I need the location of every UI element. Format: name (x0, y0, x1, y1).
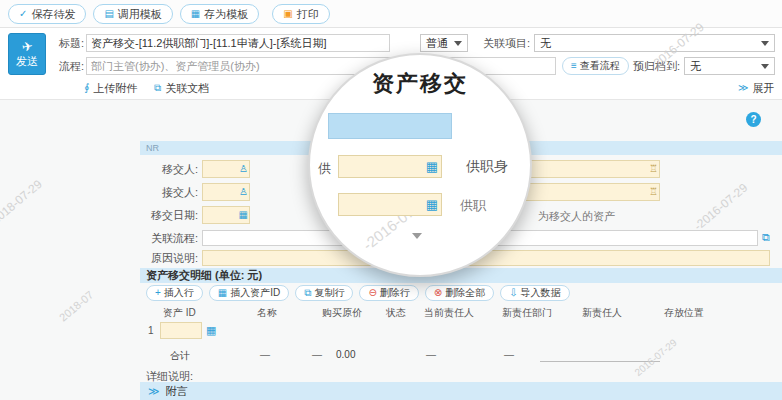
view-flow-button[interactable]: ≡ 查看流程 (562, 57, 629, 75)
col-asset-id: 资产 ID (163, 306, 196, 320)
title-label: 标题: (50, 34, 84, 52)
magnified-field-label: 供 (318, 160, 331, 178)
print-button[interactable]: ▣ 打印 (272, 4, 329, 24)
reason-label: 原因说明: (140, 249, 198, 267)
document-icon: ⧉ (154, 83, 161, 93)
call-template-button[interactable]: ▤ 调用模板 (93, 4, 172, 24)
expand-chevrons-icon: ≫ (738, 83, 748, 93)
transfer-date-label: 移交日期: (140, 206, 198, 224)
related-project-value: 无 (540, 36, 551, 51)
calendar-icon: ▦ (426, 160, 438, 173)
insert-row-label: 插入行 (164, 287, 194, 299)
receiver-dept-field: ♖ (520, 183, 660, 201)
total-new-dept: — (504, 349, 514, 360)
delete-row-icon: ⊖ (368, 288, 376, 298)
col-status: 状态 (386, 306, 406, 320)
receiver-label: 接交人: (140, 183, 198, 201)
asset-browse-icon[interactable]: ▦ (206, 324, 216, 337)
postscript-band[interactable]: ≫ 附言 (140, 382, 782, 400)
prearchive-value: 无 (690, 59, 701, 74)
save-draft-icon: ✓ (19, 9, 27, 19)
transferor-field: ♙ (202, 160, 250, 178)
related-project-select[interactable]: 无 (534, 34, 775, 52)
transferor-note: 为移交人的资产 (538, 209, 615, 224)
postscript-label: 附言 (166, 384, 188, 399)
receiver-field: ♙ (202, 183, 250, 201)
person-icon: ♙ (239, 164, 248, 174)
link-document-label: 关联文档 (165, 80, 209, 96)
priority-select[interactable]: 普通 (420, 34, 468, 52)
total-new-owner-input[interactable] (540, 347, 660, 362)
magnified-date-field: ▦ (338, 155, 442, 178)
transferor-dept-input[interactable] (520, 160, 660, 178)
expand-link[interactable]: ≫ 展开 (738, 80, 774, 96)
section-code: NR (146, 143, 159, 153)
import-data-label: 导入数据 (521, 287, 561, 299)
receiver-dept-input[interactable] (520, 183, 660, 201)
template-icon: ▤ (104, 9, 113, 19)
copy-row-label: 复制行 (314, 287, 344, 299)
magnified-date-field: ▦ (338, 193, 442, 216)
printer-icon: ▣ (283, 9, 292, 19)
delete-all-button[interactable]: ⊗ 删除全部 (425, 285, 494, 301)
insert-row-button[interactable]: + 插入行 (146, 285, 203, 301)
col-new-dept: 新责任部门 (502, 306, 552, 320)
copy-row-button[interactable]: ⧉ 复制行 (295, 285, 353, 301)
top-toolbar: ✓ 保存待发 ▤ 调用模板 ▦ 存为模板 ▣ 打印 (0, 0, 782, 28)
prearchive-label: 预归档到: (626, 57, 680, 75)
prearchive-select[interactable]: 无 (684, 57, 775, 75)
magnified-text-2: 供职 (460, 197, 486, 215)
paperclip-icon: ∮ (84, 83, 89, 93)
total-current-owner: — (426, 349, 436, 360)
related-flow-browse-icon[interactable]: ⧉ (762, 231, 770, 244)
save-template-icon: ▦ (191, 9, 200, 19)
col-new-owner: 新责任人 (582, 306, 622, 320)
delete-row-button[interactable]: ⊖ 删除行 (359, 285, 418, 301)
org-icon: ♖ (649, 164, 658, 174)
call-template-label: 调用模板 (118, 7, 162, 21)
magnified-text-1: 供职身 (466, 158, 508, 176)
expand-label: 展开 (752, 80, 774, 96)
magnified-highlight-input (328, 113, 452, 139)
title-input[interactable] (86, 34, 390, 52)
insert-asset-id-label: 插入资产ID (230, 287, 280, 299)
import-icon: ⇩ (509, 288, 517, 298)
link-document-link[interactable]: ⧉ 关联文档 (154, 80, 209, 96)
related-flow-label: 关联流程: (140, 229, 198, 247)
detail-section-band: 资产移交明细 (单位: 元) (140, 268, 782, 283)
insert-asset-id-icon: ▦ (218, 288, 227, 298)
print-label: 打印 (297, 7, 319, 21)
asset-id-field (160, 322, 202, 339)
transfer-date-field: ▦ (202, 206, 250, 224)
col-name: 名称 (257, 306, 277, 320)
import-data-button[interactable]: ⇩ 导入数据 (500, 285, 569, 301)
transferor-dept-field: ♖ (520, 160, 660, 178)
send-plane-icon: ✈ (21, 39, 34, 54)
save-draft-button[interactable]: ✓ 保存待发 (8, 4, 86, 24)
save-as-template-button[interactable]: ▦ 存为模板 (180, 4, 259, 24)
help-icon[interactable]: ? (746, 112, 761, 127)
upload-attachment-link[interactable]: ∮ 上传附件 (84, 80, 137, 96)
asset-id-input[interactable] (160, 322, 202, 339)
chevron-down-icon (761, 64, 769, 69)
detail-section-title: 资产移交明细 (单位: 元) (146, 269, 262, 281)
send-label: 发送 (16, 54, 38, 69)
view-flow-icon: ≡ (571, 61, 577, 71)
flow-label: 流程: (50, 57, 84, 75)
related-project-label: 关联项目: (476, 34, 530, 52)
priority-value: 普通 (426, 36, 448, 51)
save-draft-label: 保存待发 (31, 7, 75, 21)
insert-asset-id-button[interactable]: ▦ 插入资产ID (209, 285, 289, 301)
calendar-icon: ▦ (426, 198, 438, 211)
col-purchase-price: 购买原价 (322, 306, 362, 320)
transferor-label: 移交人: (140, 160, 198, 178)
magnifier-overlay: 资产移交 供 ▦ 供职身 ▦ 供职 -2016-07-29 (308, 53, 532, 277)
delete-all-icon: ⊗ (434, 288, 442, 298)
postscript-chevrons-icon: ≫ (148, 386, 160, 397)
asset-transfer-page: ✓ 保存待发 ▤ 调用模板 ▦ 存为模板 ▣ 打印 ✈ 发送 标题: 普通 关联… (0, 0, 782, 400)
row-index: 1 (148, 325, 154, 336)
magnified-dropdown-caret-icon (412, 233, 422, 239)
detail-toolbar: + 插入行 ▦ 插入资产ID ⧉ 复制行 ⊖ 删除行 ⊗ 删除全部 ⇩ 导入数据 (146, 285, 570, 301)
flow-input[interactable] (86, 57, 556, 75)
send-button[interactable]: ✈ 发送 (8, 33, 46, 75)
